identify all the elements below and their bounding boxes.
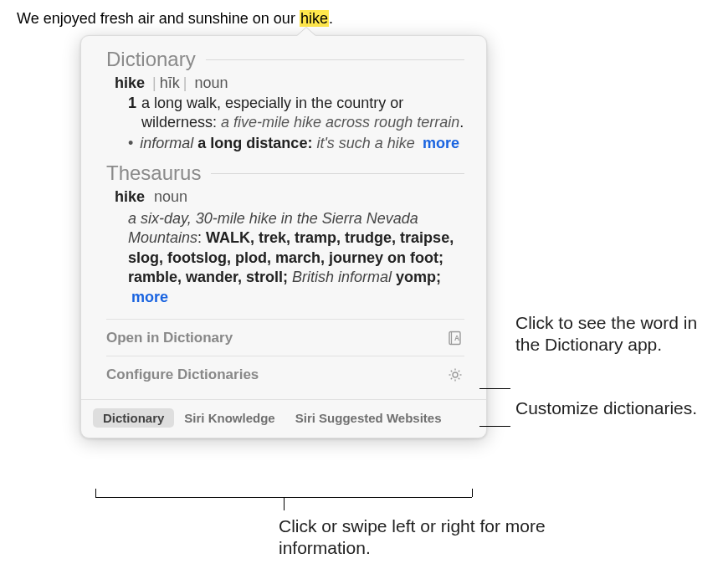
callout-line	[472, 489, 473, 497]
callout-open-dictionary: Click to see the word in the Dictionary …	[515, 312, 708, 356]
svg-line-8	[451, 370, 452, 371]
svg-point-3	[453, 372, 458, 377]
callout-configure: Customize dictionaries.	[515, 397, 700, 419]
menu-list: Open in Dictionary A Configure Dictionar…	[106, 319, 464, 392]
callout-line	[284, 497, 285, 510]
thesaurus-more-link[interactable]: more	[131, 289, 168, 305]
dictionary-pronunciation: hīk	[160, 74, 180, 91]
svg-line-10	[451, 377, 452, 378]
dictionary-title-text: Dictionary	[106, 48, 196, 71]
sub-definition-body: informal a long distance: it's such a hi…	[140, 134, 464, 153]
dictionary-definition-block: 1 a long walk, especially in the country…	[128, 94, 464, 153]
informal-tag: informal	[140, 135, 193, 151]
thesaurus-regional-word: yomp;	[392, 269, 441, 285]
tab-siri-knowledge[interactable]: Siri Knowledge	[174, 408, 285, 428]
thesaurus-lead-word: WALK	[206, 229, 250, 246]
svg-line-11	[459, 370, 459, 371]
sub-definition-text: a long distance:	[197, 135, 316, 151]
svg-line-9	[459, 377, 459, 378]
lookup-popup: Dictionary hike |hīk| noun 1 a long walk…	[80, 35, 487, 438]
gear-icon	[448, 367, 463, 382]
dictionary-app-icon: A	[448, 331, 463, 346]
tab-siri-websites[interactable]: Siri Suggested Websites	[285, 408, 452, 428]
context-before: We enjoyed fresh air and sunshine on our	[17, 10, 300, 27]
configure-dictionaries-label: Configure Dictionaries	[106, 366, 259, 383]
callout-line	[95, 489, 96, 497]
callout-line	[479, 426, 510, 427]
lookup-tab-bar: Dictionary Siri Knowledge Siri Suggested…	[81, 399, 486, 438]
divider	[206, 59, 464, 60]
divider	[211, 173, 464, 174]
dictionary-word: hike	[115, 74, 145, 91]
svg-text:A: A	[454, 333, 459, 341]
thesaurus-title-text: Thesaurus	[106, 161, 201, 185]
definition-body: a long walk, especially in the country o…	[141, 94, 464, 132]
context-after: .	[329, 10, 333, 27]
dictionary-section-title: Dictionary	[106, 48, 464, 71]
thesaurus-block: a six-day, 30-mile hike in the Sierra Ne…	[128, 209, 464, 307]
sense-number: 1	[128, 94, 136, 132]
callout-tabs: Click or swipe left or right for more in…	[279, 515, 555, 560]
open-in-dictionary-row[interactable]: Open in Dictionary A	[106, 319, 464, 356]
tab-dictionary[interactable]: Dictionary	[93, 408, 174, 428]
thesaurus-pos: noun	[154, 188, 187, 205]
highlighted-word: hike	[300, 10, 329, 27]
configure-dictionaries-row[interactable]: Configure Dictionaries	[106, 356, 464, 392]
thesaurus-word: hike	[115, 188, 145, 205]
dictionary-entry-head: hike |hīk| noun	[115, 74, 464, 92]
bullet-icon: •	[128, 134, 133, 153]
thesaurus-entry-head: hike noun	[115, 188, 464, 206]
sub-definition-example: it's such a hike	[316, 135, 415, 151]
thesaurus-regional-tag: British informal	[292, 269, 392, 285]
context-sentence: We enjoyed fresh air and sunshine on our…	[17, 10, 333, 28]
definition-example: a five-mile hike across rough terrain	[221, 114, 459, 131]
open-in-dictionary-label: Open in Dictionary	[106, 330, 233, 346]
dictionary-more-link[interactable]: more	[423, 135, 459, 151]
thesaurus-section-title: Thesaurus	[106, 161, 464, 185]
dictionary-pos: noun	[194, 74, 228, 91]
callout-line	[479, 388, 510, 389]
